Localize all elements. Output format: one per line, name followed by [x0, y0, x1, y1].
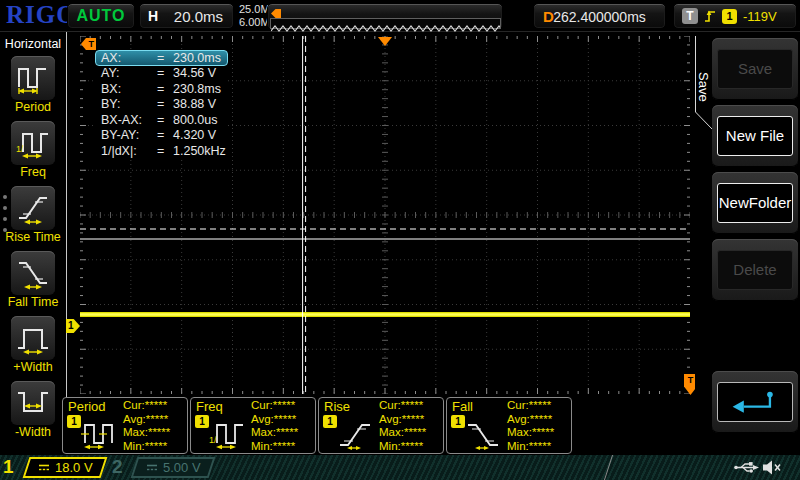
- measurement-values: Cur:***** Avg:***** Max:***** Min:*****: [379, 399, 426, 453]
- sidebar-item-rise-time-label: Rise Time: [0, 230, 66, 244]
- horizontal-scale-indicator: H 20.0ms: [139, 3, 234, 29]
- trigger-indicator: T 1 -119V: [673, 3, 797, 29]
- menu-slot-new-file: New File: [712, 105, 798, 167]
- h-scale-value: 20.0ms: [174, 8, 223, 25]
- run-status-indicator: AUTO: [67, 3, 135, 29]
- cursor-row-by: BY:=38.88 V: [95, 97, 228, 113]
- menu-slot-save: Save: [712, 38, 798, 100]
- new-file-button[interactable]: New File: [717, 116, 793, 156]
- sidebar-item-rise-time[interactable]: [11, 186, 55, 230]
- h-label: H: [148, 8, 158, 24]
- measurement-name: Freq: [196, 399, 223, 414]
- waveform-thumbnail: [270, 18, 501, 29]
- measurement-name: Rise: [324, 399, 350, 414]
- trigger-t-badge: T: [682, 8, 698, 24]
- plus-width-icon: [15, 320, 51, 356]
- freq-icon: 1/: [208, 414, 248, 452]
- channel1-number: 1: [3, 456, 14, 478]
- speaker-muted-icon: [762, 459, 782, 476]
- measurement-values: Cur:***** Avg:***** Max:***** Min:*****: [251, 399, 298, 453]
- rising-edge-icon: [704, 8, 716, 24]
- measurement-box-period: Period 1 Cur:***** Avg:***** Max:***** M…: [62, 397, 188, 454]
- channel2-number: 2: [112, 456, 123, 478]
- channel-status-bar: 1 18.0 V 2 5.00 V: [0, 455, 800, 480]
- sidebar-item-freq[interactable]: 1/: [11, 121, 55, 165]
- enter-button[interactable]: [717, 382, 793, 422]
- channel-badge: 1: [195, 415, 209, 428]
- fall-icon: [464, 414, 504, 452]
- oscilloscope-screen: RIGOL AUTO H 20.0ms 25.0MSa/s 6.00M pts …: [0, 0, 800, 480]
- cursor-row-freq: 1/|dX|:=1.250kHz: [95, 144, 228, 160]
- record-position-arrow-icon: [271, 9, 281, 18]
- save-button[interactable]: Save: [717, 49, 793, 89]
- channel1-ground-marker[interactable]: 1: [66, 319, 80, 333]
- cursor-row-ax[interactable]: AX:=230.0ms: [95, 50, 228, 66]
- cursor-readout-panel: AX:=230.0ms AY:=34.56 V BX:=230.8ms BY:=…: [95, 50, 228, 159]
- delay-value: 262.400000ms: [534, 9, 665, 25]
- fall-time-icon: [15, 255, 51, 291]
- sidebar-item-period[interactable]: [11, 56, 55, 100]
- dc-coupling-icon: [38, 463, 50, 472]
- sidebar-item-plus-width-label: +Width: [0, 360, 66, 374]
- menu-slot-enter: [712, 371, 798, 433]
- measurement-box-rise: Rise 1 Cur:***** Avg:***** Max:***** Min…: [318, 397, 444, 454]
- trigger-position-marker-icon[interactable]: [378, 37, 392, 46]
- sidebar-item-fall-time[interactable]: [11, 251, 55, 295]
- channel1-status[interactable]: 18.0 V: [23, 457, 108, 478]
- dc-coupling-icon: [146, 463, 158, 472]
- scroll-dot: [3, 228, 7, 232]
- channel-badge: 1: [323, 415, 337, 428]
- measurement-name: Period: [68, 399, 106, 414]
- sidebar-divider: [66, 32, 67, 453]
- sidebar-item-minus-width-label: -Width: [0, 425, 66, 439]
- waveform-record-preview: [267, 3, 503, 30]
- measurement-values: Cur:***** Avg:***** Max:***** Min:*****: [123, 399, 170, 453]
- measurement-box-fall: Fall 1 Cur:***** Avg:***** Max:***** Min…: [446, 397, 572, 454]
- measurement-values: Cur:***** Avg:***** Max:***** Min:*****: [507, 399, 554, 453]
- save-menu: Save Save New File NewFolder Delete: [695, 32, 800, 455]
- top-status-bar: RIGOL AUTO H 20.0ms 25.0MSa/s 6.00M pts …: [0, 0, 800, 32]
- measurement-name: Fall: [452, 399, 473, 414]
- sidebar-item-period-label: Period: [0, 100, 66, 114]
- channel-badge: 1: [451, 415, 465, 428]
- cursor-row-bx: BX:=230.8ms: [95, 82, 228, 98]
- menu-tab-label: Save: [696, 72, 711, 102]
- new-folder-button[interactable]: NewFolder: [717, 183, 793, 223]
- period-icon: [15, 60, 51, 96]
- channel2-scale: 5.00 V: [163, 460, 201, 475]
- measurement-box-freq: Freq 1 1/ Cur:***** Avg:***** Max:***** …: [190, 397, 316, 454]
- run-status-label: AUTO: [76, 7, 125, 24]
- delay-indicator: D 262.400000ms: [533, 3, 666, 29]
- channel1-scale: 18.0 V: [55, 460, 93, 475]
- period-icon: [80, 414, 120, 452]
- sidebar-title: Horizontal: [0, 37, 66, 51]
- menu-slot-delete: Delete: [712, 239, 798, 301]
- sidebar-item-freq-label: Freq: [0, 165, 66, 179]
- svg-text:1/: 1/: [209, 435, 217, 445]
- status-bar-divider: [604, 455, 613, 480]
- sidebar-item-minus-width[interactable]: [11, 381, 55, 425]
- cursor-row-bx-ax: BX-AX:=800.0us: [95, 113, 228, 129]
- minus-width-icon: [15, 385, 51, 421]
- svg-text:1/: 1/: [16, 144, 24, 154]
- usb-icon: [733, 460, 759, 475]
- rise-icon: [336, 414, 376, 452]
- menu-slot-new-folder: NewFolder: [712, 172, 798, 234]
- delete-button[interactable]: Delete: [717, 250, 793, 290]
- channel-badge: 1: [67, 415, 81, 428]
- trigger-level-value: -119V: [743, 9, 777, 24]
- freq-icon: 1/: [15, 125, 51, 161]
- channel2-status[interactable]: 5.00 V: [131, 457, 216, 478]
- return-arrow-icon: [728, 388, 782, 416]
- trigger-source-badge: 1: [722, 9, 737, 24]
- rise-time-icon: [15, 190, 51, 226]
- scroll-dot: [3, 206, 7, 210]
- sidebar-item-fall-time-label: Fall Time: [0, 295, 66, 309]
- waveform-zigzag: [271, 24, 500, 33]
- sidebar-item-plus-width[interactable]: [11, 316, 55, 360]
- cursor-row-by-ay: BY-AY:=4.320 V: [95, 128, 228, 144]
- cursor-row-ay: AY:=34.56 V: [95, 66, 228, 82]
- measure-sidebar: Horizontal Period 1/ Freq: [0, 32, 66, 455]
- scroll-dot: [3, 195, 7, 199]
- scroll-dot: [3, 217, 7, 221]
